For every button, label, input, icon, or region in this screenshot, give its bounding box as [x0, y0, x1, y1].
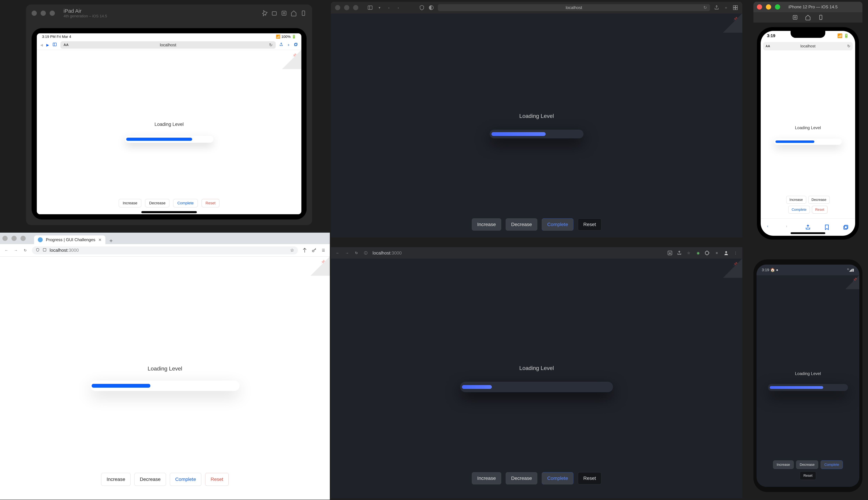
info-icon[interactable] — [43, 248, 47, 253]
refresh-icon[interactable]: ↻ — [847, 44, 850, 48]
new-tab-icon[interactable]: ＋ — [287, 43, 290, 47]
refresh-icon[interactable]: ↻ — [269, 43, 273, 47]
appearance-icon[interactable] — [429, 5, 434, 10]
share-icon[interactable] — [805, 224, 811, 230]
bookmarks-icon[interactable] — [824, 224, 830, 230]
safari-url-bar[interactable]: localhost ↻ — [438, 4, 710, 11]
complete-button[interactable]: Complete — [821, 461, 843, 469]
forward-icon[interactable]: → — [13, 248, 19, 253]
forward-icon[interactable]: ▶ — [46, 43, 49, 47]
refresh-icon[interactable]: ↻ — [23, 248, 28, 253]
rotate-icon[interactable] — [300, 10, 307, 16]
zoom-dot[interactable] — [50, 11, 55, 16]
decrease-button[interactable]: Decrease — [145, 199, 169, 207]
ext-drop-icon[interactable] — [302, 248, 307, 253]
tabs-icon[interactable] — [294, 42, 298, 47]
minimize-dot[interactable] — [344, 5, 349, 10]
shield-icon[interactable] — [419, 5, 425, 10]
menu-icon[interactable]: ⋮ — [733, 250, 738, 255]
refresh-icon[interactable]: ↻ — [354, 250, 359, 255]
close-dot[interactable] — [757, 4, 762, 10]
reset-button[interactable]: Reset — [800, 471, 816, 480]
decrease-button[interactable]: Decrease — [808, 196, 830, 204]
share-icon[interactable] — [714, 5, 719, 10]
close-tab-icon[interactable]: × — [99, 237, 102, 243]
extensions-icon[interactable] — [705, 250, 710, 255]
home-indicator[interactable] — [141, 211, 197, 213]
close-dot[interactable] — [335, 5, 340, 10]
close-dot[interactable] — [2, 236, 8, 241]
reset-button[interactable]: Reset — [205, 473, 229, 486]
reading-list-icon[interactable]: ≡ — [714, 250, 719, 255]
tabs-icon[interactable] — [733, 5, 738, 10]
zoom-dot[interactable] — [353, 5, 358, 10]
info-icon[interactable]: ⓘ — [363, 250, 368, 255]
new-tab-button[interactable]: + — [107, 237, 115, 244]
devtools-corner-flag[interactable]: 📌 — [723, 259, 742, 278]
minimize-dot[interactable] — [11, 236, 17, 241]
decrease-button[interactable]: Decrease — [506, 472, 537, 484]
ipad-url-bar[interactable]: AA localhost ↻ — [60, 41, 276, 49]
decrease-button[interactable]: Decrease — [796, 461, 818, 469]
share-icon[interactable] — [279, 42, 283, 47]
forward-icon[interactable]: › — [786, 224, 792, 230]
increase-button[interactable]: Increase — [472, 472, 501, 484]
sidebar-icon[interactable] — [53, 42, 57, 48]
shield-icon[interactable] — [36, 248, 39, 253]
decrease-button[interactable]: Decrease — [134, 473, 166, 486]
reset-button[interactable]: Reset — [202, 199, 219, 207]
star-icon[interactable]: ☆ — [686, 250, 691, 255]
tabs-icon[interactable] — [843, 224, 849, 230]
reset-button[interactable]: Reset — [578, 218, 601, 230]
zoom-dot[interactable] — [21, 236, 26, 241]
back-icon[interactable]: ← — [4, 248, 9, 253]
complete-button[interactable]: Complete — [170, 473, 201, 486]
increase-button[interactable]: Increase — [101, 473, 130, 486]
minimize-dot[interactable] — [41, 11, 46, 16]
reset-button[interactable]: Reset — [578, 472, 601, 484]
decrease-button[interactable]: Decrease — [506, 218, 537, 230]
reader-aa-icon[interactable]: AA — [64, 43, 69, 47]
increase-button[interactable]: Increase — [472, 218, 501, 230]
close-dot[interactable] — [32, 11, 37, 16]
share-icon[interactable] — [677, 250, 682, 255]
increase-button[interactable]: Increase — [773, 461, 794, 469]
record-icon[interactable] — [281, 10, 287, 16]
address-bar[interactable]: localhost:3000 ☆ — [32, 246, 298, 254]
increase-button[interactable]: Increase — [119, 199, 141, 207]
back-icon[interactable]: ◀ — [40, 43, 43, 47]
screenshot-icon[interactable] — [271, 10, 277, 16]
devtools-corner-flag[interactable]: 📌 — [845, 275, 859, 289]
chevron-down-icon[interactable]: ▾ — [377, 5, 382, 10]
rotate-icon[interactable] — [818, 14, 824, 20]
screenshot-icon[interactable] — [792, 14, 798, 20]
sidebar-icon[interactable] — [367, 5, 373, 10]
back-icon[interactable]: ← — [335, 250, 340, 255]
complete-button[interactable]: Complete — [542, 218, 573, 230]
env-overrides-icon[interactable] — [261, 10, 268, 16]
devtools-corner-flag[interactable]: 📌 — [311, 257, 330, 276]
ext-earth-icon[interactable]: ◉ — [695, 250, 701, 255]
star-icon[interactable]: ☆ — [290, 248, 294, 253]
new-tab-icon[interactable]: ＋ — [723, 5, 729, 10]
minimize-dot[interactable] — [766, 4, 771, 10]
refresh-icon[interactable]: ↻ — [704, 5, 707, 10]
forward-icon[interactable]: → — [344, 250, 350, 255]
address-bar[interactable]: localhost:3000 — [373, 250, 402, 256]
zoom-dot[interactable] — [775, 4, 780, 10]
complete-button[interactable]: Complete — [788, 206, 810, 214]
key-icon[interactable] — [311, 248, 317, 253]
back-icon[interactable]: ‹ — [386, 5, 392, 10]
complete-button[interactable]: Complete — [173, 199, 197, 207]
home-indicator[interactable] — [791, 232, 825, 234]
home-icon[interactable] — [805, 14, 811, 20]
back-icon[interactable]: ‹ — [767, 224, 773, 230]
install-icon[interactable] — [667, 250, 673, 255]
browser-tab[interactable]: Progress | GUI Challenges × — [34, 236, 105, 244]
complete-button[interactable]: Complete — [542, 472, 573, 484]
profile-icon[interactable] — [723, 250, 729, 255]
reset-button[interactable]: Reset — [812, 206, 827, 214]
increase-button[interactable]: Increase — [786, 196, 806, 204]
devtools-corner-flag[interactable]: 📌 — [723, 13, 742, 33]
menu-icon[interactable]: ☰ — [321, 248, 326, 253]
